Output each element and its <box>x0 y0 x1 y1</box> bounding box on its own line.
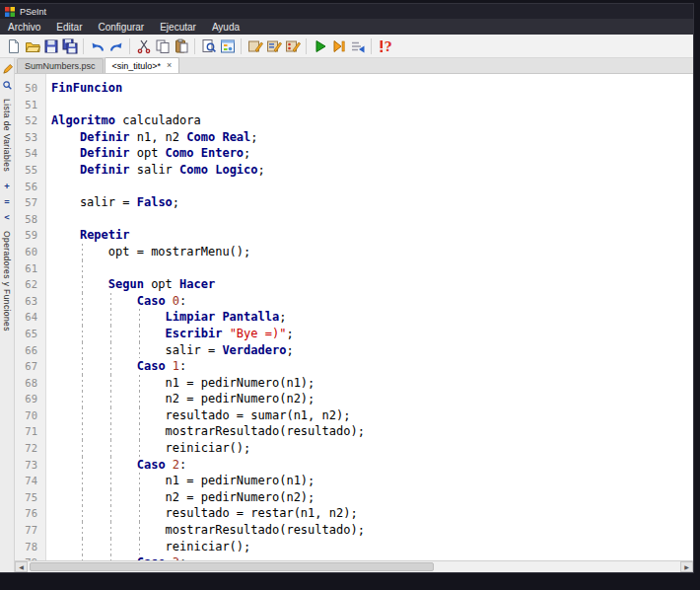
code-line-77[interactable]: 77 mostrarResultado(resultado); <box>15 522 693 539</box>
code-line-63[interactable]: 63 Caso 0: <box>15 293 693 310</box>
code-line-72[interactable]: 72 reiniciar(); <box>15 440 693 457</box>
scroll-left-button[interactable]: ◀ <box>15 561 28 572</box>
code-line-51[interactable]: 51 <box>15 97 693 113</box>
code-text <box>45 179 693 195</box>
code-line-66[interactable]: 66 salir = Verdadero; <box>15 342 693 359</box>
draw-debug-icon[interactable] <box>283 37 302 56</box>
plus-icon[interactable]: + <box>1 180 13 191</box>
open-file-icon[interactable] <box>23 37 41 56</box>
run-debug-icon[interactable] <box>348 37 367 56</box>
menu-item-archivo[interactable]: Archivo <box>0 22 48 33</box>
code-line-75[interactable]: 75 n2 = pedirNumero(n2); <box>15 489 693 506</box>
less-icon[interactable]: < <box>1 211 13 223</box>
indent-guide <box>110 375 111 392</box>
paste-icon[interactable] <box>172 37 190 56</box>
code-line-50[interactable]: 50FinFuncion <box>15 80 693 97</box>
line-number: 58 <box>15 211 45 228</box>
copy-icon[interactable] <box>153 37 172 56</box>
undo-icon[interactable] <box>88 37 106 56</box>
horizontal-scrollbar[interactable]: ◀ ▶ <box>15 560 693 572</box>
scrollbar-track[interactable] <box>28 561 680 572</box>
code-line-53[interactable]: 53 Definir n1, n2 Como Real; <box>15 129 693 146</box>
indent-guide <box>82 554 83 560</box>
equals-icon[interactable]: = <box>1 195 13 207</box>
code-line-61[interactable]: 61 <box>15 260 693 277</box>
code-line-52[interactable]: 52Algoritmo calculadora <box>15 112 693 129</box>
code-line-71[interactable]: 71 mostrarResultado(resultado); <box>15 423 693 440</box>
cut-icon[interactable] <box>134 37 153 56</box>
line-number: 68 <box>15 375 45 392</box>
toolbar: ? <box>0 35 693 58</box>
line-number: 54 <box>15 145 45 162</box>
scrollbar-thumb[interactable] <box>30 562 434 571</box>
indent-guide <box>82 260 83 277</box>
toolbar-separator <box>371 38 372 54</box>
code-line-64[interactable]: 64 Limpiar Pantalla; <box>15 309 693 326</box>
code-line-78[interactable]: 78 reiniciar(); <box>15 539 693 555</box>
close-icon[interactable]: × <box>167 61 172 70</box>
code-area[interactable]: 50FinFuncion5152Algoritmo calculadora53 … <box>15 74 693 560</box>
indent-guide <box>82 440 83 457</box>
sidebar-tab-lista-de-variables[interactable]: Lista de Variables <box>2 99 12 172</box>
code-text: Definir opt Como Entero; <box>45 145 693 162</box>
sidebar-tab-operadores-y-funciones[interactable]: Operadores y Funciones <box>2 231 12 332</box>
tab-label: SumNumbers.psc <box>25 61 96 71</box>
code-text <box>45 260 693 277</box>
save-all-icon[interactable] <box>60 37 79 56</box>
line-number: 52 <box>15 112 45 129</box>
code-line-58[interactable]: 58 <box>15 211 693 228</box>
code-line-54[interactable]: 54 Definir opt Como Entero; <box>15 145 693 162</box>
indent-guide <box>82 539 83 555</box>
scroll-right-button[interactable]: ▶ <box>680 561 693 572</box>
code-text <box>45 211 693 228</box>
indent-guide <box>82 489 83 506</box>
draw-steps-icon[interactable] <box>264 37 283 56</box>
indent-guide <box>110 457 111 474</box>
magnifier-icon[interactable] <box>1 79 13 91</box>
menu-item-ayuda[interactable]: Ayuda <box>204 22 247 33</box>
line-number: 61 <box>15 260 45 277</box>
indent-guide <box>82 473 83 489</box>
code-line-57[interactable]: 57 salir = Falso; <box>15 194 693 211</box>
find-icon[interactable] <box>199 37 218 56</box>
line-number: 56 <box>15 179 45 195</box>
code-text: Caso 1: <box>45 358 693 375</box>
code-line-76[interactable]: 76 resultado = restar(n1, n2); <box>15 505 693 522</box>
menu-item-configurar[interactable]: Configurar <box>90 22 152 33</box>
menu-item-ejecutar[interactable]: Ejecutar <box>152 22 204 33</box>
title-bar: PSeInt <box>0 4 693 19</box>
code-text: salir = Falso; <box>45 194 693 211</box>
code-line-56[interactable]: 56 <box>15 179 693 195</box>
help-icon[interactable]: ? <box>376 37 394 56</box>
toolbar-separator <box>129 38 130 54</box>
code-line-55[interactable]: 55 Definir salir Como Logico; <box>15 162 693 179</box>
code-line-59[interactable]: 59 Repetir <box>15 227 693 244</box>
menu-item-editar[interactable]: Editar <box>48 22 90 33</box>
tab-sin-titulo[interactable]: <sin_titulo>*× <box>105 57 180 73</box>
indent-guide <box>139 489 140 506</box>
run-step-icon[interactable] <box>329 37 348 56</box>
code-line-60[interactable]: 60 opt = mostrarMenu(); <box>15 244 693 260</box>
code-line-65[interactable]: 65 Escribir "Bye =)"; <box>15 326 693 342</box>
code-line-62[interactable]: 62 Segun opt Hacer <box>15 276 693 293</box>
code-line-74[interactable]: 74 n1 = pedirNumero(n1); <box>15 473 693 489</box>
new-file-icon[interactable] <box>4 37 23 56</box>
toolbar-separator <box>241 38 242 54</box>
code-line-79[interactable]: 79 Caso 3: <box>15 554 693 560</box>
flowchart-icon[interactable] <box>218 37 237 56</box>
code-line-70[interactable]: 70 resultado = sumar(n1, n2); <box>15 407 693 424</box>
indent-guide <box>139 391 140 407</box>
save-icon[interactable] <box>41 37 60 56</box>
code-line-68[interactable]: 68 n1 = pedirNumero(n1); <box>15 375 693 392</box>
draw-flowchart-icon[interactable] <box>245 37 264 56</box>
run-icon[interactable] <box>311 37 329 56</box>
indent-guide <box>82 505 83 522</box>
redo-icon[interactable] <box>106 37 125 56</box>
pencil-icon[interactable] <box>1 63 13 75</box>
line-number: 55 <box>15 162 45 179</box>
code-line-69[interactable]: 69 n2 = pedirNumero(n2); <box>15 391 693 407</box>
indent-guide <box>82 276 83 293</box>
code-line-67[interactable]: 67 Caso 1: <box>15 358 693 375</box>
tab-sumnumbers-psc[interactable]: SumNumbers.psc <box>17 58 104 73</box>
code-line-73[interactable]: 73 Caso 2: <box>15 457 693 474</box>
